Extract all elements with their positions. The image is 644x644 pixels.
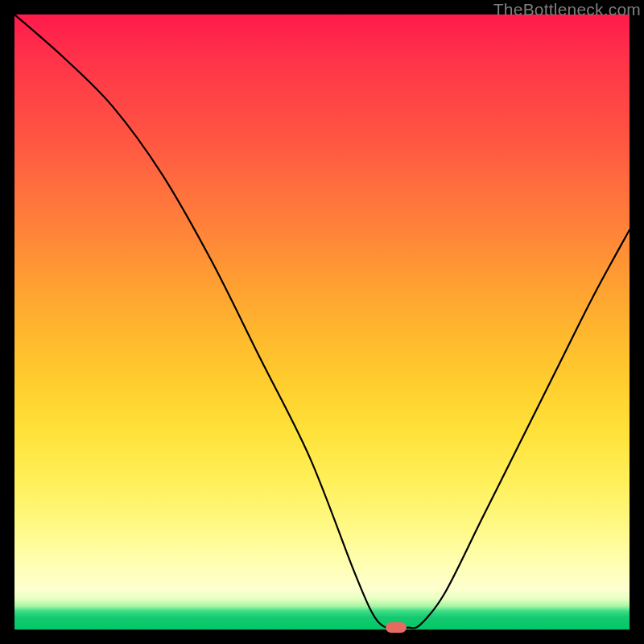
bottleneck-curve xyxy=(14,14,630,630)
optimal-marker xyxy=(386,622,407,633)
watermark-text: TheBottleneck.com xyxy=(493,0,641,19)
plot-area xyxy=(14,14,630,630)
chart-frame: TheBottleneck.com xyxy=(0,0,644,644)
